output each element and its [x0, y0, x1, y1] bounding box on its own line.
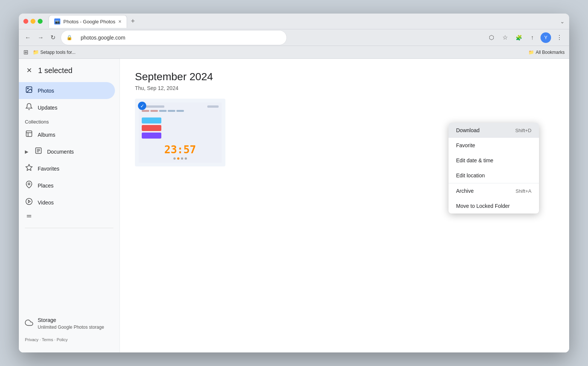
sidebar-item-videos[interactable]: Videos	[19, 194, 115, 211]
archive-label: Archive	[456, 188, 474, 194]
menu-item-download[interactable]: Download Shift+D	[449, 123, 539, 138]
new-tab-button[interactable]: +	[129, 17, 137, 25]
more-menu-icon[interactable]: ⋮	[554, 32, 565, 43]
download-shortcut: Shift+D	[515, 128, 531, 133]
svg-marker-9	[26, 165, 32, 171]
active-tab[interactable]: 📷 Photos - Google Photos ×	[49, 15, 127, 28]
all-bookmarks[interactable]: 📁 All Bookmarks	[528, 50, 565, 55]
address-info-icon: 🔒	[66, 35, 72, 40]
tab-title: Photos - Google Photos	[63, 19, 115, 24]
terms-link[interactable]: Terms	[42, 337, 53, 342]
browser-icons: ⬡ ☆ 🧩 ↑ Y ⋮	[486, 32, 565, 43]
tab-chevron-icon: ⌄	[560, 18, 565, 24]
sidebar-item-favorites-label: Favorites	[38, 166, 60, 172]
download-label: Download	[456, 127, 479, 133]
bell-icon	[25, 103, 33, 112]
forward-button[interactable]: →	[36, 33, 45, 43]
extension-icon[interactable]: 🧩	[513, 32, 524, 43]
mock-time: 23:57	[164, 143, 196, 156]
selection-count: 1 selected	[38, 66, 72, 75]
address-bar: ← → ↻ 🔒 ⬡ ☆ 🧩 ↑ Y ⋮	[19, 29, 569, 46]
bookmark-label: Setapp tools for...	[40, 50, 75, 55]
storage-label: Storage	[38, 317, 104, 323]
maximize-window-btn[interactable]	[38, 19, 43, 24]
collapse-button[interactable]	[19, 211, 115, 225]
minimize-window-btn[interactable]	[31, 19, 35, 24]
sidebar-item-favorites[interactable]: Favorites	[19, 160, 115, 177]
sidebar-item-storage[interactable]: Storage Unlimited Google Photos storage	[25, 314, 113, 333]
all-bookmarks-label: All Bookmarks	[536, 50, 565, 55]
menu-item-edit-date-time[interactable]: Edit date & time	[449, 153, 539, 168]
sidebar-item-places-label: Places	[38, 183, 54, 189]
photo-check-badge: ✓	[138, 102, 146, 110]
play-icon	[25, 198, 33, 207]
date-subtitle: Thu, Sep 12, 2024	[135, 85, 554, 91]
month-heading: September 2024	[135, 71, 554, 83]
sidebar-item-documents[interactable]: ▶ Documents	[19, 143, 115, 160]
policy-link[interactable]: Policy	[57, 337, 67, 342]
close-selection-button[interactable]: ✕	[25, 65, 34, 76]
sidebar-item-albums-label: Albums	[38, 132, 55, 138]
bookmark-icon[interactable]: ☆	[500, 32, 510, 43]
favorite-label: Favorite	[456, 142, 475, 148]
bookmarks-bar: ⊞ 📁 Setapp tools for... 📁 All Bookmarks	[19, 46, 569, 59]
user-avatar[interactable]: Y	[541, 32, 551, 43]
cloud-icon	[25, 319, 33, 329]
close-window-btn[interactable]	[23, 19, 28, 24]
back-button[interactable]: ←	[23, 33, 32, 43]
edit-date-time-label: Edit date & time	[456, 157, 493, 163]
tab-area: 📷 Photos - Google Photos × + ⌄	[49, 15, 565, 28]
archive-shortcut: Shift+A	[516, 188, 531, 194]
sidebar-item-photos-label: Photos	[38, 88, 54, 94]
tab-close-btn[interactable]: ×	[118, 18, 121, 24]
sidebar-footer: Storage Unlimited Google Photos storage …	[19, 310, 119, 346]
menu-item-favorite[interactable]: Favorite	[449, 138, 539, 153]
sidebar-item-documents-label: Documents	[47, 149, 74, 155]
sidebar-item-updates-label: Updates	[38, 105, 57, 111]
svg-marker-12	[28, 200, 30, 203]
main-content: September 2024 Thu, Sep 12, 2024 ✓	[120, 59, 569, 352]
documents-icon	[34, 147, 43, 156]
svg-point-11	[26, 198, 32, 205]
move-locked-label: Move to Locked Folder	[456, 203, 510, 209]
photo-thumbnail[interactable]: ✓	[135, 99, 225, 166]
sidebar-item-videos-label: Videos	[38, 200, 54, 206]
app-area: ✕ 1 selected Photos	[19, 59, 569, 352]
cast-icon[interactable]: ⬡	[486, 32, 497, 43]
footer-links: Privacy · Terms · Policy	[25, 337, 113, 342]
traffic-lights	[23, 19, 43, 24]
context-menu: Download Shift+D Favorite Edit date & ti…	[449, 123, 539, 214]
bookmark-setapp[interactable]: 📁 Setapp tools for...	[31, 48, 78, 56]
edit-location-label: Edit location	[456, 172, 485, 178]
photo-mock-content: 23:57	[135, 99, 225, 166]
collapse-icon	[25, 213, 33, 223]
expand-icon: ▶	[25, 149, 28, 154]
refresh-button[interactable]: ↻	[49, 32, 57, 43]
sidebar-item-updates[interactable]: Updates	[19, 99, 115, 116]
menu-item-archive[interactable]: Archive Shift+A	[449, 183, 539, 198]
star-icon	[25, 164, 33, 173]
sidebar-item-photos[interactable]: Photos	[19, 82, 115, 99]
all-bookmarks-folder-icon: 📁	[528, 50, 534, 55]
albums-icon	[25, 130, 33, 139]
sidebar-nav: Photos Updates Collections	[19, 82, 119, 310]
svg-rect-2	[26, 131, 32, 137]
title-bar: 📷 Photos - Google Photos × + ⌄	[19, 14, 569, 29]
svg-point-1	[28, 88, 29, 89]
address-input[interactable]	[75, 32, 281, 43]
grid-icon[interactable]: ⊞	[23, 49, 28, 56]
sidebar-item-albums[interactable]: Albums	[19, 126, 115, 143]
pin-icon	[25, 181, 33, 190]
privacy-link[interactable]: Privacy	[25, 337, 38, 342]
sidebar-item-places[interactable]: Places	[19, 177, 115, 194]
tab-favicon: 📷	[54, 18, 60, 24]
downloads-icon[interactable]: ↑	[527, 32, 537, 43]
menu-item-move-locked[interactable]: Move to Locked Folder	[449, 198, 539, 214]
sidebar: ✕ 1 selected Photos	[19, 59, 120, 352]
storage-description: Unlimited Google Photos storage	[38, 325, 104, 330]
browser-window: 📷 Photos - Google Photos × + ⌄ ← → ↻ 🔒 ⬡…	[19, 14, 569, 352]
sidebar-header: ✕ 1 selected	[19, 65, 119, 82]
menu-item-edit-location[interactable]: Edit location	[449, 168, 539, 183]
svg-point-10	[28, 183, 30, 185]
collections-label: Collections	[19, 116, 119, 126]
